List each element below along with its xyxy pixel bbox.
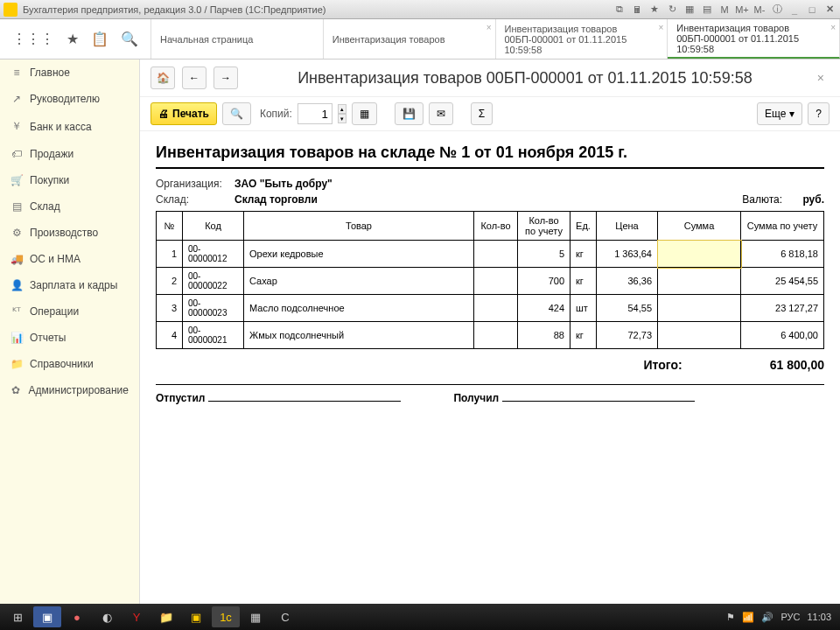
close-icon[interactable]: × bbox=[486, 23, 492, 32]
cell-unit[interactable]: кг bbox=[570, 241, 597, 268]
cell-qty-acc[interactable]: 700 bbox=[518, 268, 570, 295]
tool-icon[interactable]: ▦ bbox=[682, 3, 696, 17]
tab-start[interactable]: Начальная страница bbox=[151, 19, 324, 59]
sidebar-item-hr[interactable]: 👤Зарплата и кадры bbox=[0, 272, 139, 298]
sidebar-item-manager[interactable]: ↗Руководителю bbox=[0, 86, 139, 112]
cell-unit[interactable]: кг bbox=[570, 268, 597, 295]
m-button[interactable]: M bbox=[718, 3, 732, 17]
cell-sum[interactable] bbox=[658, 295, 741, 322]
tool-icon[interactable]: ▤ bbox=[700, 3, 714, 17]
cell-sum-acc[interactable]: 23 127,27 bbox=[741, 295, 824, 322]
search-icon[interactable]: 🔍 bbox=[121, 31, 138, 47]
cell-sum-acc[interactable]: 6 818,18 bbox=[741, 241, 824, 268]
cell-sum-acc[interactable]: 6 400,00 bbox=[741, 322, 824, 349]
cell-item[interactable]: Орехи кедровые bbox=[244, 241, 474, 268]
tray-network-icon[interactable]: 📶 bbox=[742, 612, 754, 623]
m-plus-button[interactable]: M+ bbox=[735, 3, 749, 17]
mail-button[interactable]: ✉ bbox=[429, 102, 453, 125]
print-button[interactable]: 🖨 Печать bbox=[150, 102, 217, 125]
preview-button[interactable]: 🔍 bbox=[222, 102, 251, 125]
cell-unit[interactable]: шт bbox=[570, 295, 597, 322]
tray-flag-icon[interactable]: ⚑ bbox=[726, 612, 735, 623]
tab-doc-1[interactable]: Инвентаризация товаров 00БП-000001 от 01… bbox=[496, 19, 668, 59]
maximize-button[interactable]: □ bbox=[805, 3, 819, 17]
close-icon[interactable]: × bbox=[658, 23, 663, 32]
help-button[interactable]: ? bbox=[808, 102, 830, 125]
more-button[interactable]: Еще ▾ bbox=[757, 102, 802, 125]
tool-icon[interactable]: 🖩 bbox=[630, 3, 644, 17]
table-row[interactable]: 200-00000022Сахар700кг36,3625 454,55 bbox=[157, 268, 824, 295]
cell-qty[interactable] bbox=[474, 268, 518, 295]
sidebar-item-bank[interactable]: ￥Банк и касса bbox=[0, 112, 139, 141]
tool-icon[interactable]: ↻ bbox=[665, 3, 679, 17]
star-icon[interactable]: ★ bbox=[66, 31, 79, 47]
m-minus-button[interactable]: M- bbox=[752, 3, 766, 17]
sidebar-item-sales[interactable]: 🏷Продажи bbox=[0, 141, 139, 167]
info-icon[interactable]: ⓘ bbox=[770, 3, 784, 17]
close-icon[interactable]: × bbox=[830, 23, 836, 32]
back-button[interactable]: ← bbox=[182, 66, 206, 89]
cell-code[interactable]: 00-00000023 bbox=[183, 295, 244, 322]
tray-time[interactable]: 11:03 bbox=[807, 612, 831, 622]
cell-sum[interactable] bbox=[658, 322, 741, 349]
table-row[interactable]: 100-00000012Орехи кедровые5кг1 363,646 8… bbox=[157, 241, 824, 268]
cell-price[interactable]: 1 363,64 bbox=[597, 241, 658, 268]
sidebar-item-warehouse[interactable]: ▤Склад bbox=[0, 193, 139, 220]
tray-lang[interactable]: РУС bbox=[780, 612, 800, 622]
cell-code[interactable]: 00-00000012 bbox=[183, 241, 244, 268]
start-button[interactable]: ⊞ bbox=[4, 606, 32, 627]
cell-qty-acc[interactable]: 5 bbox=[518, 241, 570, 268]
task-app-3[interactable]: ◐ bbox=[93, 606, 121, 627]
table-button[interactable]: ▦ bbox=[352, 102, 377, 125]
cell-n[interactable]: 4 bbox=[157, 322, 183, 349]
task-app-2[interactable]: ● bbox=[63, 606, 91, 627]
cell-n[interactable]: 2 bbox=[157, 268, 183, 295]
tool-icon[interactable]: ⧉ bbox=[612, 3, 626, 17]
tab-doc-2[interactable]: Инвентаризация товаров 00БП-000001 от 01… bbox=[668, 19, 840, 59]
home-button[interactable]: 🏠 bbox=[150, 66, 175, 89]
sidebar-item-assets[interactable]: 🚚ОС и НМА bbox=[0, 246, 139, 272]
cell-code[interactable]: 00-00000022 bbox=[183, 268, 244, 295]
cell-qty[interactable] bbox=[474, 295, 518, 322]
cell-price[interactable]: 36,36 bbox=[597, 268, 658, 295]
cell-item[interactable]: Сахар bbox=[244, 268, 474, 295]
cell-sum[interactable] bbox=[658, 268, 741, 295]
cell-unit[interactable]: кг bbox=[570, 322, 597, 349]
minimize-button[interactable]: _ bbox=[788, 3, 802, 17]
task-app-9[interactable]: C bbox=[271, 606, 299, 627]
tray-sound-icon[interactable]: 🔊 bbox=[761, 612, 774, 623]
apps-icon[interactable]: ⋮⋮⋮ bbox=[12, 31, 54, 47]
cell-price[interactable]: 72,73 bbox=[597, 322, 658, 349]
copies-spinner[interactable]: ▴▾ bbox=[338, 104, 346, 123]
sidebar-item-operations[interactable]: ᴷᵀОперации bbox=[0, 298, 139, 325]
table-row[interactable]: 400-00000021Жмых подсолнечный88кг72,736 … bbox=[157, 322, 824, 349]
cell-qty[interactable] bbox=[474, 241, 518, 268]
cell-qty-acc[interactable]: 88 bbox=[518, 322, 570, 349]
cell-qty[interactable] bbox=[474, 322, 518, 349]
task-app-1[interactable]: ▣ bbox=[33, 606, 61, 627]
task-app-8[interactable]: ▦ bbox=[242, 606, 270, 627]
sidebar-item-production[interactable]: ⚙Производство bbox=[0, 220, 139, 246]
cell-item[interactable]: Жмых подсолнечный bbox=[244, 322, 474, 349]
cell-n[interactable]: 3 bbox=[157, 295, 183, 322]
sidebar-item-purchases[interactable]: 🛒Покупки bbox=[0, 167, 139, 193]
cell-sum[interactable] bbox=[658, 241, 741, 268]
sidebar-item-reports[interactable]: 📊Отчеты bbox=[0, 325, 139, 351]
cell-price[interactable]: 54,55 bbox=[597, 295, 658, 322]
cell-n[interactable]: 1 bbox=[157, 241, 183, 268]
task-app-7[interactable]: 1c bbox=[212, 606, 240, 627]
cell-sum-acc[interactable]: 25 454,55 bbox=[741, 268, 824, 295]
copies-input[interactable] bbox=[298, 103, 332, 124]
clipboard-icon[interactable]: 📋 bbox=[91, 31, 108, 47]
tool-icon[interactable]: ★ bbox=[648, 3, 662, 17]
sum-button[interactable]: Σ bbox=[471, 102, 493, 125]
cell-qty-acc[interactable]: 424 bbox=[518, 295, 570, 322]
sidebar-item-refs[interactable]: 📁Справочники bbox=[0, 351, 139, 377]
document-body[interactable]: Инвентаризация товаров на складе № 1 от … bbox=[140, 131, 840, 604]
table-row[interactable]: 300-00000023Масло подсолнечное424шт54,55… bbox=[157, 295, 824, 322]
close-button[interactable]: ✕ bbox=[822, 3, 836, 17]
save-button[interactable]: 💾 bbox=[395, 102, 424, 125]
sidebar-item-main[interactable]: ≡Главное bbox=[0, 60, 139, 86]
task-app-5[interactable]: 📁 bbox=[152, 606, 180, 627]
task-app-4[interactable]: Y bbox=[122, 606, 150, 627]
